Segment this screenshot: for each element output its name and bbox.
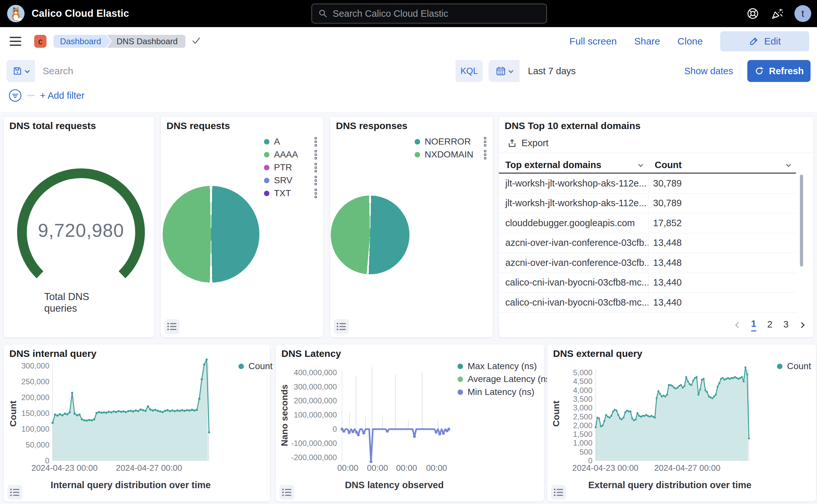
chart-marker: [188, 409, 191, 412]
brand: Calico Cloud Elastic: [0, 5, 129, 22]
chart-marker: [727, 377, 729, 379]
breadcrumb-dashboard[interactable]: Dashboard: [54, 35, 111, 48]
news-party-popper-icon[interactable]: [770, 6, 785, 21]
legend-item-count[interactable]: Count: [777, 360, 811, 373]
calico-cat-logo-icon[interactable]: [7, 5, 25, 22]
pie-legend: AAAAAPTRSRVTXT: [264, 135, 318, 200]
legend-item-a[interactable]: A: [264, 135, 318, 148]
legend-item-aaaa[interactable]: AAAA: [264, 148, 318, 161]
chart-marker: [717, 386, 719, 388]
legend-dot: [264, 178, 269, 183]
filter-row: + Add filter: [8, 89, 85, 102]
table-row[interactable]: calico-cni-ivan-byocni-03cfb8-mc...13,44…: [499, 273, 796, 293]
edit-button[interactable]: Edit: [720, 31, 809, 51]
legend-actions-icon[interactable]: [315, 150, 318, 159]
pagination-page-2[interactable]: 2: [767, 319, 772, 331]
panel-dns-external-query[interactable]: DNS external query Count 05001,0001,5002…: [547, 344, 816, 502]
breadcrumb-dns-dashboard[interactable]: DNS Dashboard: [107, 35, 185, 48]
panel-dns-responses[interactable]: DNS responses NOERRORNXDOMAIN: [330, 116, 493, 338]
full-screen-link[interactable]: Full screen: [570, 36, 617, 47]
global-search[interactable]: [311, 4, 547, 24]
legend-actions-icon[interactable]: [484, 137, 487, 146]
chart-marker: [56, 415, 59, 417]
chart-marker: [169, 410, 171, 412]
legend-item-txt[interactable]: TXT: [264, 187, 318, 200]
panel-options-icon[interactable]: [279, 485, 294, 500]
export-button[interactable]: Export: [507, 138, 549, 148]
saved-check-icon[interactable]: [191, 36, 201, 47]
dns-requests-pie-chart[interactable]: [163, 186, 259, 283]
legend-item-nxdomain[interactable]: NXDOMAIN: [415, 148, 487, 161]
global-search-input[interactable]: [333, 8, 540, 19]
count-cell: 17,852: [648, 213, 796, 233]
panel-dns-total-requests[interactable]: DNS total requests 9,720,980 Total DNS q…: [3, 116, 155, 338]
chart-marker: [100, 412, 103, 414]
time-range-wrap: Last 7 days Show dates: [519, 60, 741, 82]
panel-options-icon[interactable]: [334, 319, 349, 334]
legend-actions-icon[interactable]: [484, 150, 487, 159]
panel-dns-internal-query[interactable]: DNS internal query Count 050,000100,0001…: [3, 344, 270, 502]
panel-dns-latency[interactable]: DNS Latency Nano seconds 400,000,000300,…: [275, 344, 544, 502]
panel-options-icon[interactable]: [7, 485, 22, 500]
filter-icon[interactable]: [8, 89, 22, 102]
column-header-count[interactable]: Count: [648, 160, 796, 170]
legend-dot: [777, 364, 782, 369]
legend-item-count[interactable]: Count: [238, 360, 273, 373]
chart-marker: [122, 410, 125, 413]
pagination-next-icon[interactable]: [799, 322, 804, 328]
column-header-domains[interactable]: Top external domains: [499, 160, 648, 170]
legend-actions-icon[interactable]: [315, 163, 318, 172]
chart-marker: [130, 410, 132, 412]
clone-link[interactable]: Clone: [678, 36, 703, 47]
space-badge[interactable]: c: [34, 35, 46, 48]
table-row[interactable]: clouddebugger.googleapis.com17,852: [499, 213, 796, 233]
table-row[interactable]: azcni-over-ivan-conference-03cfb...13,44…: [499, 233, 796, 253]
panel-dns-requests[interactable]: DNS requests AAAAAPTRSRVTXT: [160, 116, 324, 338]
chart-marker: [105, 412, 107, 414]
saved-query-button[interactable]: [6, 60, 35, 82]
chart-marker: [612, 410, 614, 412]
external-query-area-chart[interactable]: 05001,0001,5002,0002,5003,0003,5004,0004…: [547, 344, 817, 502]
time-range-value[interactable]: Last 7 days: [528, 66, 576, 76]
chart-marker: [678, 385, 680, 387]
legend-item-ptr[interactable]: PTR: [264, 161, 318, 174]
help-lifebuoy-icon[interactable]: [745, 6, 760, 21]
chevron-down-icon: [638, 162, 643, 167]
pagination-page-1[interactable]: 1: [751, 318, 756, 331]
legend-dot: [415, 139, 420, 145]
panel-options-icon[interactable]: [165, 319, 179, 334]
refresh-button[interactable]: Refresh: [747, 60, 811, 82]
legend-item-srv[interactable]: SRV: [264, 174, 318, 187]
internal-query-area-chart[interactable]: 050,000100,000150,000200,000250,000300,0…: [4, 344, 271, 502]
legend-actions-icon[interactable]: [315, 176, 318, 185]
menu-hamburger-icon[interactable]: [10, 37, 21, 46]
legend-item-average-latency-ns-[interactable]: Average Latency (ns): [458, 373, 553, 386]
calendar-button[interactable]: [489, 60, 519, 82]
search-icon: [318, 9, 328, 18]
pagination-prev-icon[interactable]: [735, 322, 741, 328]
table-scrollbar[interactable]: [800, 175, 803, 267]
add-filter-link[interactable]: + Add filter: [40, 90, 85, 101]
legend-actions-icon[interactable]: [315, 137, 318, 146]
panel-options-icon[interactable]: [551, 485, 566, 500]
query-search-input[interactable]: [43, 66, 448, 76]
chart-marker: [656, 397, 658, 399]
table-row[interactable]: jlt-worksh-jlt-workshop-aks-112e...30,78…: [499, 174, 796, 194]
table-row[interactable]: jlt-worksh-jlt-workshop-aks-112e...30,78…: [499, 194, 796, 214]
dns-responses-pie-chart[interactable]: [331, 196, 409, 274]
user-avatar[interactable]: t: [794, 5, 811, 22]
show-dates-link[interactable]: Show dates: [684, 66, 733, 76]
legend-item-max-latency-ns-[interactable]: Max Latency (ns): [458, 360, 553, 373]
kql-language-button[interactable]: KQL: [456, 60, 483, 82]
table-row[interactable]: azcni-over-ivan-conference-03cfb...13,44…: [499, 253, 796, 273]
breadcrumb: Dashboard DNS Dashboard: [54, 35, 186, 48]
table-row[interactable]: calico-cni-ivan-byocni-03cfb8-mc...13,44…: [499, 293, 796, 313]
panel-top-external-domains[interactable]: DNS Top 10 external domains Export Top e…: [499, 116, 814, 338]
query-input-wrap: [35, 60, 456, 82]
legend-item-min-latency-ns-[interactable]: Min Latency (ns): [458, 386, 553, 398]
share-link[interactable]: Share: [634, 36, 660, 47]
chart-marker: [694, 377, 696, 379]
pagination-page-3[interactable]: 3: [783, 319, 789, 331]
legend-actions-icon[interactable]: [315, 189, 318, 198]
legend-item-noerror[interactable]: NOERROR: [415, 135, 487, 148]
